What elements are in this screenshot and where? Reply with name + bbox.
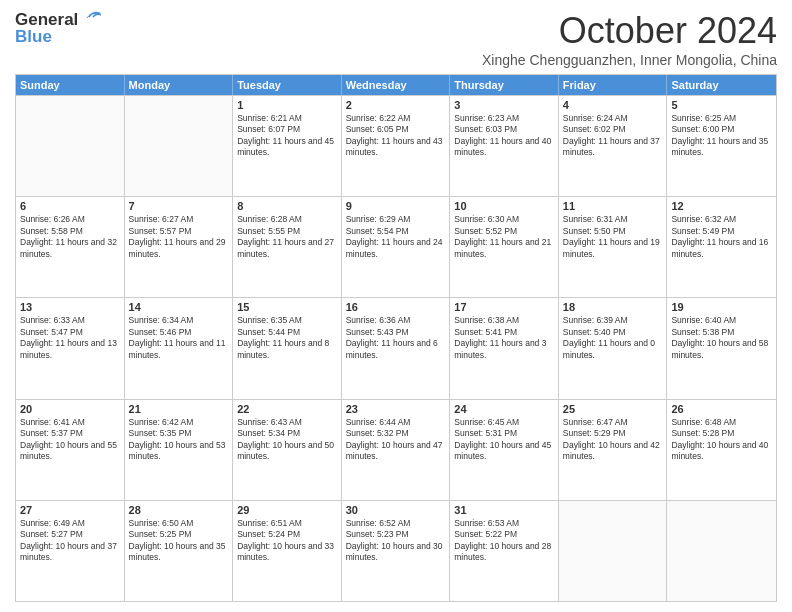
calendar-cell-5-3: 29Sunrise: 6:51 AMSunset: 5:24 PMDayligh… [233,501,342,601]
header: General Blue October 2024 Xinghe Chenggu… [15,10,777,68]
calendar-cell-4-2: 21Sunrise: 6:42 AMSunset: 5:35 PMDayligh… [125,400,234,500]
page: General Blue October 2024 Xinghe Chenggu… [0,0,792,612]
day-number: 9 [346,200,446,212]
header-thursday: Thursday [450,75,559,95]
day-number: 3 [454,99,554,111]
calendar-cell-4-6: 25Sunrise: 6:47 AMSunset: 5:29 PMDayligh… [559,400,668,500]
cell-text: Sunrise: 6:31 AMSunset: 5:50 PMDaylight:… [563,214,663,260]
day-number: 27 [20,504,120,516]
header-wednesday: Wednesday [342,75,451,95]
header-sunday: Sunday [16,75,125,95]
calendar-cell-2-4: 9Sunrise: 6:29 AMSunset: 5:54 PMDaylight… [342,197,451,297]
calendar-week-3: 13Sunrise: 6:33 AMSunset: 5:47 PMDayligh… [16,297,776,398]
calendar-cell-3-4: 16Sunrise: 6:36 AMSunset: 5:43 PMDayligh… [342,298,451,398]
cell-text: Sunrise: 6:50 AMSunset: 5:25 PMDaylight:… [129,518,229,564]
calendar-body: 1Sunrise: 6:21 AMSunset: 6:07 PMDaylight… [16,95,776,601]
calendar-cell-2-6: 11Sunrise: 6:31 AMSunset: 5:50 PMDayligh… [559,197,668,297]
cell-text: Sunrise: 6:51 AMSunset: 5:24 PMDaylight:… [237,518,337,564]
calendar-cell-1-1 [16,96,125,196]
header-friday: Friday [559,75,668,95]
day-number: 5 [671,99,772,111]
calendar-week-1: 1Sunrise: 6:21 AMSunset: 6:07 PMDaylight… [16,95,776,196]
cell-text: Sunrise: 6:28 AMSunset: 5:55 PMDaylight:… [237,214,337,260]
cell-text: Sunrise: 6:33 AMSunset: 5:47 PMDaylight:… [20,315,120,361]
cell-text: Sunrise: 6:53 AMSunset: 5:22 PMDaylight:… [454,518,554,564]
calendar-cell-5-1: 27Sunrise: 6:49 AMSunset: 5:27 PMDayligh… [16,501,125,601]
calendar-cell-1-7: 5Sunrise: 6:25 AMSunset: 6:00 PMDaylight… [667,96,776,196]
calendar-cell-1-3: 1Sunrise: 6:21 AMSunset: 6:07 PMDaylight… [233,96,342,196]
day-number: 6 [20,200,120,212]
calendar-cell-1-4: 2Sunrise: 6:22 AMSunset: 6:05 PMDaylight… [342,96,451,196]
day-number: 8 [237,200,337,212]
cell-text: Sunrise: 6:45 AMSunset: 5:31 PMDaylight:… [454,417,554,463]
day-number: 11 [563,200,663,212]
cell-text: Sunrise: 6:25 AMSunset: 6:00 PMDaylight:… [671,113,772,159]
day-number: 19 [671,301,772,313]
day-number: 15 [237,301,337,313]
day-number: 1 [237,99,337,111]
day-number: 13 [20,301,120,313]
cell-text: Sunrise: 6:30 AMSunset: 5:52 PMDaylight:… [454,214,554,260]
month-title: October 2024 [482,10,777,52]
calendar-cell-2-5: 10Sunrise: 6:30 AMSunset: 5:52 PMDayligh… [450,197,559,297]
calendar-cell-2-1: 6Sunrise: 6:26 AMSunset: 5:58 PMDaylight… [16,197,125,297]
day-number: 14 [129,301,229,313]
calendar-cell-3-6: 18Sunrise: 6:39 AMSunset: 5:40 PMDayligh… [559,298,668,398]
header-saturday: Saturday [667,75,776,95]
calendar-cell-2-3: 8Sunrise: 6:28 AMSunset: 5:55 PMDaylight… [233,197,342,297]
logo-blue: Blue [15,27,52,47]
calendar-cell-3-5: 17Sunrise: 6:38 AMSunset: 5:41 PMDayligh… [450,298,559,398]
cell-text: Sunrise: 6:21 AMSunset: 6:07 PMDaylight:… [237,113,337,159]
cell-text: Sunrise: 6:39 AMSunset: 5:40 PMDaylight:… [563,315,663,361]
header-tuesday: Tuesday [233,75,342,95]
day-number: 10 [454,200,554,212]
calendar-cell-4-1: 20Sunrise: 6:41 AMSunset: 5:37 PMDayligh… [16,400,125,500]
header-monday: Monday [125,75,234,95]
calendar-cell-5-6 [559,501,668,601]
calendar-cell-3-7: 19Sunrise: 6:40 AMSunset: 5:38 PMDayligh… [667,298,776,398]
calendar-cell-4-5: 24Sunrise: 6:45 AMSunset: 5:31 PMDayligh… [450,400,559,500]
day-number: 21 [129,403,229,415]
calendar-week-2: 6Sunrise: 6:26 AMSunset: 5:58 PMDaylight… [16,196,776,297]
calendar-cell-2-7: 12Sunrise: 6:32 AMSunset: 5:49 PMDayligh… [667,197,776,297]
cell-text: Sunrise: 6:35 AMSunset: 5:44 PMDaylight:… [237,315,337,361]
cell-text: Sunrise: 6:38 AMSunset: 5:41 PMDaylight:… [454,315,554,361]
day-number: 20 [20,403,120,415]
day-number: 22 [237,403,337,415]
day-number: 2 [346,99,446,111]
logo: General Blue [15,10,101,47]
day-number: 12 [671,200,772,212]
day-number: 25 [563,403,663,415]
day-number: 17 [454,301,554,313]
day-number: 23 [346,403,446,415]
cell-text: Sunrise: 6:40 AMSunset: 5:38 PMDaylight:… [671,315,772,361]
cell-text: Sunrise: 6:48 AMSunset: 5:28 PMDaylight:… [671,417,772,463]
calendar-cell-3-3: 15Sunrise: 6:35 AMSunset: 5:44 PMDayligh… [233,298,342,398]
calendar-week-4: 20Sunrise: 6:41 AMSunset: 5:37 PMDayligh… [16,399,776,500]
cell-text: Sunrise: 6:29 AMSunset: 5:54 PMDaylight:… [346,214,446,260]
calendar-cell-2-2: 7Sunrise: 6:27 AMSunset: 5:57 PMDaylight… [125,197,234,297]
cell-text: Sunrise: 6:44 AMSunset: 5:32 PMDaylight:… [346,417,446,463]
logo-bird-icon [79,10,101,24]
day-number: 31 [454,504,554,516]
cell-text: Sunrise: 6:43 AMSunset: 5:34 PMDaylight:… [237,417,337,463]
calendar-cell-5-4: 30Sunrise: 6:52 AMSunset: 5:23 PMDayligh… [342,501,451,601]
day-number: 26 [671,403,772,415]
cell-text: Sunrise: 6:27 AMSunset: 5:57 PMDaylight:… [129,214,229,260]
calendar-cell-1-2 [125,96,234,196]
calendar-cell-3-2: 14Sunrise: 6:34 AMSunset: 5:46 PMDayligh… [125,298,234,398]
cell-text: Sunrise: 6:32 AMSunset: 5:49 PMDaylight:… [671,214,772,260]
day-number: 4 [563,99,663,111]
calendar-cell-5-2: 28Sunrise: 6:50 AMSunset: 5:25 PMDayligh… [125,501,234,601]
title-section: October 2024 Xinghe Chengguanzhen, Inner… [482,10,777,68]
day-number: 16 [346,301,446,313]
calendar-cell-5-5: 31Sunrise: 6:53 AMSunset: 5:22 PMDayligh… [450,501,559,601]
calendar-cell-4-4: 23Sunrise: 6:44 AMSunset: 5:32 PMDayligh… [342,400,451,500]
day-number: 7 [129,200,229,212]
calendar-cell-4-7: 26Sunrise: 6:48 AMSunset: 5:28 PMDayligh… [667,400,776,500]
day-number: 30 [346,504,446,516]
day-number: 28 [129,504,229,516]
calendar-header: Sunday Monday Tuesday Wednesday Thursday… [16,75,776,95]
cell-text: Sunrise: 6:26 AMSunset: 5:58 PMDaylight:… [20,214,120,260]
cell-text: Sunrise: 6:47 AMSunset: 5:29 PMDaylight:… [563,417,663,463]
